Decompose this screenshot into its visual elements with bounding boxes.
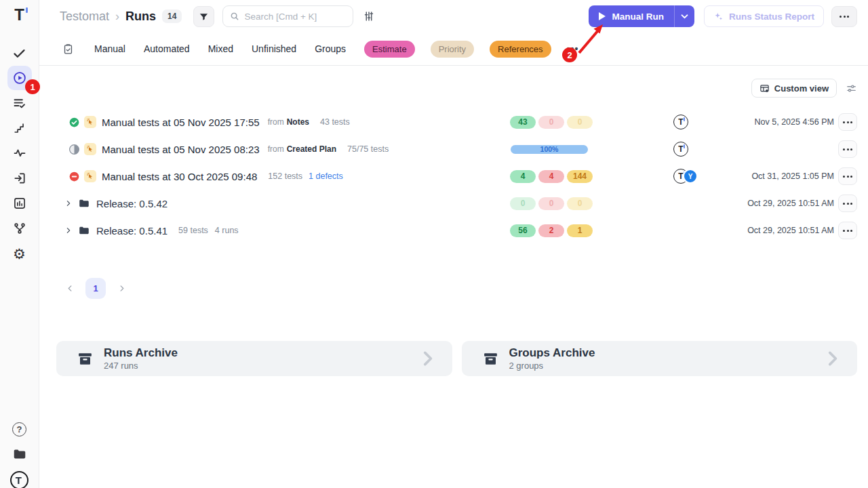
row-more-button[interactable] — [838, 167, 857, 185]
run-from-label: from — [268, 117, 284, 127]
skipped-badge: 1 — [567, 224, 593, 237]
result-badges: 4 4 144 — [510, 170, 593, 183]
assignee-avatars: T — [673, 142, 688, 157]
archive-box-icon — [77, 350, 94, 367]
run-source: Created Plan — [287, 144, 336, 154]
breadcrumb-page-title: Runs — [125, 9, 156, 24]
sidebar-item-plans[interactable] — [7, 91, 32, 115]
import-icon — [13, 171, 26, 185]
group-runs-count: 4 runs — [215, 226, 239, 235]
run-row[interactable]: Manual tests at 05 Nov 2025 08:23 from C… — [39, 136, 868, 163]
workspace-avatar[interactable]: T — [10, 471, 28, 488]
app-logo[interactable]: T — [14, 7, 24, 23]
search-input[interactable] — [244, 12, 339, 22]
group-title[interactable]: Release: 0.5.42 — [96, 198, 167, 209]
tab-groups[interactable]: Groups — [315, 43, 346, 54]
passed-badge: 4 — [510, 170, 536, 183]
folder-icon — [78, 197, 90, 209]
run-title[interactable]: Manual tests at 05 Nov 2025 08:23 — [102, 144, 260, 155]
chevron-right-icon — [418, 348, 436, 369]
group-row[interactable]: Release: 0.5.42 0 0 0 Oct 29, 2025 10:51… — [39, 190, 868, 217]
tab-manual[interactable]: Manual — [94, 43, 125, 54]
tab-unfinished[interactable]: Unfinished — [252, 43, 296, 54]
header-more-button[interactable] — [831, 6, 857, 27]
expand-chevron-icon[interactable] — [65, 200, 72, 207]
filter-button[interactable] — [193, 6, 214, 27]
result-badges: 56 2 1 — [510, 224, 593, 237]
pill-estimate[interactable]: Estimate — [364, 41, 415, 58]
git-branch-icon — [13, 222, 26, 235]
run-from-label: from — [268, 144, 284, 154]
row-more-button[interactable] — [838, 195, 857, 212]
annotation-step-2: 2 — [562, 47, 577, 62]
view-settings-icon[interactable] — [846, 83, 857, 94]
sidebar-item-activity[interactable] — [7, 141, 32, 165]
status-passed-icon — [69, 117, 79, 127]
sidebar-item-settings[interactable]: ⚙ — [7, 241, 32, 266]
tab-bar: Manual Automated Mixed Unfinished Groups… — [39, 33, 868, 66]
run-tests-count: 75/75 tests — [347, 144, 389, 154]
list-toolbar: Custom view — [39, 79, 857, 98]
more-icon — [843, 121, 852, 123]
runs-list: Manual tests at 05 Nov 2025 17:55 from N… — [39, 108, 868, 244]
search-icon — [230, 12, 239, 21]
tab-mixed[interactable]: Mixed — [208, 43, 233, 54]
search-box[interactable] — [222, 5, 353, 27]
group-tests-count: 59 tests — [178, 226, 208, 235]
pill-references[interactable]: References — [490, 41, 551, 58]
status-in-progress-icon — [69, 144, 79, 155]
group-row[interactable]: Release: 0.5.41 59 tests 4 runs 56 2 1 O… — [39, 217, 868, 244]
passed-badge: 43 — [510, 116, 536, 129]
run-row[interactable]: Manual tests at 05 Nov 2025 17:55 from N… — [39, 108, 868, 136]
manual-run-type-icon — [84, 143, 96, 155]
row-more-button[interactable] — [838, 222, 857, 239]
expand-chevron-icon[interactable] — [65, 227, 72, 234]
custom-view-button[interactable]: Custom view — [751, 79, 837, 98]
group-title[interactable]: Release: 0.5.41 — [96, 225, 167, 237]
run-tests-count: 152 tests — [268, 171, 302, 181]
chevron-down-icon — [681, 14, 688, 19]
archive-subtitle: 2 groups — [509, 361, 595, 371]
run-defects-link[interactable]: 1 defects — [309, 171, 343, 181]
more-icon — [843, 203, 852, 205]
sidebar-item-import[interactable] — [7, 166, 32, 190]
run-date: Nov 5, 2025 4:56 PM — [755, 117, 834, 127]
row-more-button[interactable] — [838, 113, 857, 131]
run-row[interactable]: Manual tests at 30 Oct 2025 09:48 152 te… — [39, 163, 868, 190]
top-bar: Testomat › Runs 14 Manual Run — [39, 0, 868, 33]
result-badges: 43 0 0 — [510, 116, 593, 129]
skipped-badge: 0 — [567, 116, 593, 129]
sidebar-item-tests[interactable] — [7, 41, 32, 65]
manual-run-type-icon — [84, 170, 96, 182]
archive-cards: Runs Archive 247 runs Groups Archive 2 g… — [39, 341, 868, 376]
run-title[interactable]: Manual tests at 05 Nov 2025 17:55 — [102, 117, 260, 128]
breadcrumb-project[interactable]: Testomat — [60, 9, 109, 24]
search-settings-icon[interactable] — [363, 10, 375, 22]
sidebar-item-analytics[interactable] — [7, 191, 32, 216]
gear-icon: ⚙ — [13, 247, 26, 261]
page-number-button[interactable]: 1 — [85, 278, 106, 299]
tab-automated[interactable]: Automated — [144, 43, 190, 54]
clipboard-check-icon[interactable] — [62, 43, 74, 55]
passed-badge: 0 — [510, 197, 536, 210]
run-source: Notes — [287, 117, 309, 127]
prev-page-icon[interactable] — [64, 283, 76, 295]
projects-folder-icon[interactable] — [12, 447, 27, 462]
run-title[interactable]: Manual tests at 30 Oct 2025 09:48 — [102, 171, 257, 182]
help-icon[interactable]: ? — [12, 422, 26, 436]
sidebar-bottom: ? T — [10, 422, 28, 488]
folder-icon — [78, 224, 90, 237]
groups-archive-card[interactable]: Groups Archive 2 groups — [462, 341, 858, 376]
sidebar-item-branches[interactable] — [7, 216, 32, 241]
runs-archive-card[interactable]: Runs Archive 247 runs — [56, 341, 452, 376]
assignee-avatars: T Y — [673, 169, 698, 184]
runs-status-report-button[interactable]: Runs Status Report — [704, 5, 824, 27]
list-check-icon — [12, 96, 26, 110]
next-page-icon[interactable] — [115, 283, 127, 295]
manual-run-dropdown-button[interactable] — [674, 5, 694, 27]
pagination: 1 — [64, 278, 868, 299]
failed-badge: 2 — [538, 224, 564, 237]
row-more-button[interactable] — [838, 140, 857, 158]
sidebar-item-milestones[interactable] — [7, 116, 32, 140]
pill-priority[interactable]: Priority — [431, 41, 474, 58]
